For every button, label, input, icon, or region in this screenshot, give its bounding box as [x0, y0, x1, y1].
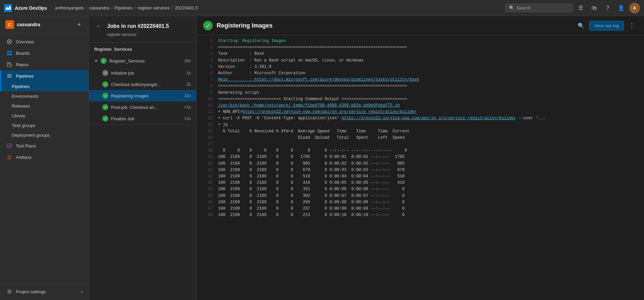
- sidebar-item-library[interactable]: Library: [0, 111, 88, 121]
- log-line-number: 12: [202, 109, 213, 115]
- job-step-initialize[interactable]: ✓ Initialize job 1s: [89, 67, 196, 79]
- sidebar-header: C cassandra +: [0, 16, 88, 33]
- log-line-number: 10: [202, 96, 213, 102]
- log-title: Registering Images: [217, 22, 572, 29]
- log-line: 21100 2189 0 2189 0 0 679 0 0:00:03 0:00…: [196, 167, 644, 173]
- log-line-text: 100 2189 0 2189 0 0 518 0 0:00:04 0:00:0…: [218, 173, 405, 180]
- jobs-header-top: ← Jobs in run #20220401.5: [94, 22, 191, 31]
- user-avatar[interactable]: A: [629, 3, 640, 13]
- log-line-text: Description : Run a Bash script on macOS…: [218, 57, 363, 64]
- person-icon[interactable]: 👤: [616, 3, 627, 13]
- log-line-number: 26: [202, 199, 213, 206]
- help-icon[interactable]: ?: [602, 3, 613, 13]
- svg-rect-3: [7, 51, 9, 53]
- sidebar-item-pipelines[interactable]: Pipelines: [0, 82, 88, 91]
- search-placeholder: Search: [516, 5, 530, 10]
- search-box[interactable]: 🔍 Search: [505, 4, 573, 12]
- sidebar-task-groups-label: Task groups: [12, 123, 35, 128]
- main-layout: C cassandra + Overview Boards: [0, 16, 644, 300]
- log-line: 24100 2189 0 2189 0 0 351 0 0:00:06 0:00…: [196, 186, 644, 192]
- sidebar-item-deployment-groups[interactable]: Deployment groups: [0, 130, 88, 140]
- more-options-button[interactable]: ⋮: [627, 20, 637, 31]
- log-line-number: 5: [202, 64, 213, 70]
- step-postjob-duration: <1s: [184, 105, 191, 110]
- settings-icon: [6, 289, 12, 295]
- sidebar-item-boards[interactable]: Boards: [0, 47, 88, 59]
- log-line-link[interactable]: /usr/bin/bash /home/vsts/work/_temp/f1be…: [218, 103, 400, 108]
- svg-point-2: [9, 41, 10, 42]
- jobs-title: Jobs in run #20220401.5: [107, 23, 169, 29]
- sidebar-project-settings-label: Project settings: [16, 289, 46, 294]
- log-line-text: 100 2189 0 2189 0 0 418 0 0:00:05 0:00:0…: [218, 180, 405, 186]
- sidebar-project-settings[interactable]: Project settings «: [0, 286, 88, 297]
- sidebar-item-test-plans[interactable]: Test Plans: [0, 140, 88, 152]
- log-content[interactable]: 1Starting: Registering Images2==========…: [196, 35, 644, 300]
- log-line-text: Starting: Registering Images: [218, 38, 286, 44]
- breadcrumb-service[interactable]: register-services: [138, 5, 170, 10]
- sidebar-deployment-groups-label: Deployment groups: [12, 133, 50, 138]
- log-line-number: 1: [202, 38, 213, 44]
- sidebar-library-label: Library: [12, 113, 25, 118]
- collapse-icon: ▼: [94, 59, 98, 63]
- jobs-subtitle: register-services: [107, 32, 191, 37]
- top-nav: Azure DevOps anthonyangelo / cassandra /…: [0, 0, 644, 16]
- sidebar-releases-label: Releases: [12, 103, 30, 109]
- search-log-button[interactable]: 🔍: [576, 20, 586, 31]
- svg-rect-4: [10, 51, 12, 53]
- settings-list-icon[interactable]: ☰: [575, 3, 586, 13]
- log-line-number: 19: [202, 154, 213, 160]
- log-line: 11/usr/bin/bash /home/vsts/work/_temp/f1…: [196, 102, 644, 109]
- svg-point-8: [9, 291, 10, 293]
- jobs-panel: ← Jobs in run #20220401.5 register-servi…: [89, 16, 196, 300]
- project-name[interactable]: C cassandra: [5, 20, 40, 29]
- log-header-actions: 🔍 View raw log ⋮: [576, 20, 637, 31]
- breadcrumb-pipelines[interactable]: Pipelines: [114, 5, 132, 10]
- azure-devops-icon: [4, 4, 12, 12]
- job-step-postjob[interactable]: ✓ Post-job: Checkout an... <1s: [89, 101, 196, 113]
- back-button[interactable]: ←: [94, 22, 104, 31]
- breadcrumb-sep-1: /: [86, 5, 87, 10]
- log-line-text: ========================================…: [218, 83, 407, 89]
- breadcrumb-org[interactable]: anthonyangelo: [55, 5, 84, 10]
- sidebar-item-task-groups[interactable]: Task groups: [0, 121, 88, 130]
- log-line-link[interactable]: Help : https://docs.microsoft.com/azure/…: [218, 77, 419, 82]
- step-finalize-status: ✓: [102, 116, 108, 122]
- job-group-duration: 16s: [184, 58, 191, 63]
- sidebar-environments-label: Environments: [12, 94, 38, 99]
- log-line-link[interactable]: https://srecon22.service-now.com/api/sn_…: [342, 116, 516, 121]
- sidebar-footer: Project settings «: [0, 283, 88, 300]
- svg-rect-5: [7, 53, 9, 55]
- log-line: 8=======================================…: [196, 83, 644, 89]
- sidebar-item-overview[interactable]: Overview: [0, 36, 88, 47]
- log-line-link[interactable]: https://srecon22.service-now.com/api/sn_…: [242, 110, 417, 114]
- test-plans-icon: [6, 143, 12, 149]
- log-line-number: 17: [202, 141, 213, 147]
- job-step-registering[interactable]: ✓ Registering Images 12s: [89, 90, 196, 101]
- breadcrumb-run[interactable]: 20220401.5: [175, 5, 198, 10]
- log-line-number: 23: [202, 180, 213, 186]
- sidebar-item-repos[interactable]: Repos: [0, 59, 88, 70]
- sidebar-item-environments[interactable]: Environments: [0, 91, 88, 101]
- breadcrumb-sep-3: /: [134, 5, 136, 10]
- view-raw-button[interactable]: View raw log: [589, 21, 624, 31]
- search-icon: 🔍: [509, 5, 514, 10]
- job-step-finalize[interactable]: ✓ Finalize Job <1s: [89, 113, 196, 124]
- breadcrumb-project[interactable]: cassandra: [89, 5, 109, 10]
- step-initialize-duration: 1s: [186, 71, 191, 75]
- log-line: 6Author : Microsoft Corporation: [196, 70, 644, 77]
- log-line: 2=======================================…: [196, 44, 644, 51]
- brand-logo[interactable]: Azure DevOps: [4, 4, 47, 12]
- add-project-button[interactable]: +: [75, 20, 83, 29]
- job-step-checkout[interactable]: ✓ Checkout anthonyangel... 2s: [89, 79, 196, 90]
- step-checkout-status: ✓: [102, 81, 108, 87]
- log-line: 14+ jq .: [196, 122, 644, 128]
- sidebar-item-pipelines-group[interactable]: Pipelines: [0, 70, 88, 82]
- sidebar-collapse-icon[interactable]: «: [81, 289, 83, 294]
- sidebar-item-releases[interactable]: Releases: [0, 101, 88, 111]
- sidebar-nav: Overview Boards Repos Pipelines: [0, 33, 88, 283]
- sidebar-item-artifacts[interactable]: Artifacts: [0, 152, 88, 163]
- job-group-status-icon: ✓: [101, 58, 107, 64]
- shopping-bag-icon[interactable]: 🛍: [589, 3, 600, 13]
- job-group-header[interactable]: ▼ ✓ Register_Services 16s: [89, 54, 196, 67]
- sidebar: C cassandra + Overview Boards: [0, 16, 89, 300]
